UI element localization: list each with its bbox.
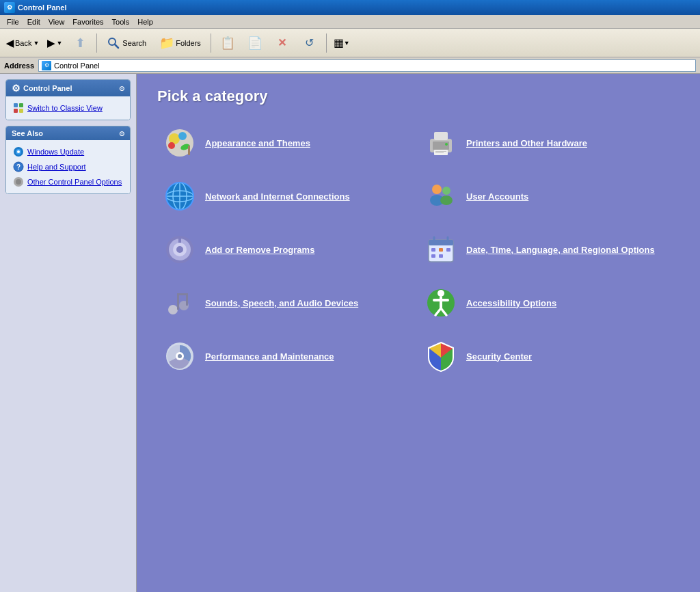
category-printers[interactable]: Printers and Other Hardware — [418, 119, 679, 167]
svg-point-34 — [442, 187, 450, 195]
search-button[interactable]: Search — [100, 31, 152, 55]
add-remove-label[interactable]: Add or Remove Programs — [205, 245, 314, 255]
category-grid: Appearance and Themes Printers and Othe — [157, 119, 679, 380]
control-panel-section-content: Switch to Classic View — [6, 96, 130, 120]
move-icon: 📋 — [221, 36, 234, 50]
up-button[interactable]: ⬆ — [67, 31, 93, 55]
svg-rect-4 — [14, 109, 18, 113]
menu-edit[interactable]: Edit — [23, 16, 44, 27]
svg-point-59 — [178, 354, 182, 358]
svg-rect-52 — [177, 293, 179, 310]
see-also-collapse-icon[interactable]: ⊙ — [119, 130, 124, 137]
forward-arrow-icon: ▶ — [47, 38, 55, 49]
forward-button[interactable]: ▶ ▼ — [44, 31, 66, 55]
switch-classic-view-label: Switch to Classic View — [27, 104, 103, 112]
category-accessibility[interactable]: Accessibility Options — [418, 279, 679, 327]
performance-label[interactable]: Performance and Maintenance — [205, 351, 334, 362]
collapse-icon[interactable]: ⊙ — [119, 85, 124, 92]
control-panel-section-header: ⚙ Control Panel ⊙ — [6, 80, 130, 96]
menu-tools[interactable]: Tools — [108, 16, 134, 27]
forward-dropdown-icon: ▼ — [56, 40, 62, 46]
svg-point-15 — [178, 132, 187, 140]
datetime-label[interactable]: Date, Time, Language, and Regional Optio… — [466, 245, 655, 255]
toolbar-separator-2 — [211, 33, 211, 53]
svg-rect-54 — [186, 293, 188, 306]
menu-view[interactable]: View — [44, 16, 69, 27]
svg-rect-53 — [177, 293, 186, 295]
see-also-section-title: See Also — [12, 129, 119, 137]
address-label: Address — [4, 62, 34, 70]
sounds-icon — [163, 286, 197, 320]
svg-point-25 — [445, 143, 448, 146]
svg-rect-21 — [434, 132, 448, 140]
category-accounts[interactable]: User Accounts — [418, 172, 679, 220]
toolbar-separator-3 — [326, 33, 327, 53]
category-security[interactable]: Security Center — [418, 332, 679, 380]
category-add-remove[interactable]: Add or Remove Programs — [157, 226, 418, 273]
back-label: Back — [15, 39, 31, 47]
page-title: Pick a category — [157, 88, 679, 105]
undo-button[interactable]: ↺ — [297, 31, 323, 55]
views-button[interactable]: ▦ ▼ — [330, 31, 353, 55]
see-also-section-header: See Also ⊙ — [6, 126, 130, 140]
sounds-label[interactable]: Sounds, Speech, and Audio Devices — [205, 298, 358, 308]
svg-rect-42 — [429, 240, 453, 245]
back-button[interactable]: ◀ Back ▼ — [3, 31, 42, 55]
window-title: Control Panel — [18, 3, 67, 12]
views-grid-icon: ▦ — [334, 36, 344, 49]
main-layout: ⚙ Control Panel ⊙ Switch to Classic View — [0, 74, 700, 592]
accounts-label[interactable]: User Accounts — [466, 191, 528, 202]
windows-update-link[interactable]: Windows Update — [12, 144, 124, 159]
see-also-section-content: Windows Update ? Help and Support — [6, 140, 130, 193]
undo-icon: ↺ — [303, 36, 317, 50]
accessibility-icon — [424, 286, 458, 320]
search-label: Search — [122, 39, 146, 47]
help-support-icon: ? — [13, 161, 24, 172]
svg-rect-46 — [439, 248, 443, 252]
svg-rect-47 — [446, 248, 450, 252]
sidebar: ⚙ Control Panel ⊙ Switch to Classic View — [0, 74, 137, 592]
svg-rect-45 — [431, 248, 435, 252]
appearance-label[interactable]: Appearance and Themes — [205, 138, 310, 148]
svg-rect-24 — [435, 152, 444, 153]
network-label[interactable]: Network and Internet Connections — [205, 191, 350, 202]
svg-rect-49 — [439, 254, 443, 258]
address-text: Control Panel — [54, 62, 100, 70]
category-sounds[interactable]: Sounds, Speech, and Audio Devices — [157, 279, 418, 327]
other-options-link[interactable]: Other Control Panel Options — [12, 174, 124, 189]
back-arrow-icon: ◀ — [6, 38, 14, 49]
performance-icon — [163, 339, 197, 373]
network-icon — [163, 179, 197, 213]
control-panel-section-title: Control Panel — [23, 84, 119, 92]
security-label[interactable]: Security Center — [466, 351, 532, 362]
category-appearance[interactable]: Appearance and Themes — [157, 119, 418, 167]
svg-point-35 — [440, 196, 453, 205]
address-bar: Address ⚙ Control Panel — [0, 57, 700, 74]
help-support-link[interactable]: ? Help and Support — [12, 159, 124, 174]
see-also-section: See Also ⊙ Windows Update — [5, 126, 131, 194]
classic-view-icon — [13, 103, 24, 113]
move-button[interactable]: 📋 — [215, 31, 241, 55]
delete-button[interactable]: ✕ — [269, 31, 295, 55]
menu-file[interactable]: File — [3, 16, 23, 27]
category-datetime[interactable]: Date, Time, Language, and Regional Optio… — [418, 226, 679, 273]
svg-rect-40 — [178, 239, 181, 243]
add-remove-icon — [163, 232, 197, 267]
help-support-label: Help and Support — [27, 163, 86, 171]
title-bar: ⚙ Control Panel — [0, 0, 700, 15]
category-performance[interactable]: Performance and Maintenance — [157, 332, 418, 380]
menu-favorites[interactable]: Favorites — [68, 16, 107, 27]
address-input[interactable]: ⚙ Control Panel — [38, 59, 696, 72]
menu-help[interactable]: Help — [133, 16, 157, 27]
category-network[interactable]: Network and Internet Connections — [157, 172, 418, 220]
copy-button[interactable]: 📄 — [242, 31, 268, 55]
search-icon — [107, 36, 120, 50]
switch-classic-view-link[interactable]: Switch to Classic View — [12, 100, 124, 116]
folders-button[interactable]: 📁 Folders — [154, 31, 207, 55]
svg-rect-23 — [435, 151, 446, 152]
svg-point-50 — [168, 305, 178, 314]
printers-label[interactable]: Printers and Other Hardware — [466, 138, 587, 148]
svg-rect-20 — [433, 142, 449, 150]
accessibility-label[interactable]: Accessibility Options — [466, 298, 556, 308]
windows-update-icon — [13, 146, 24, 157]
